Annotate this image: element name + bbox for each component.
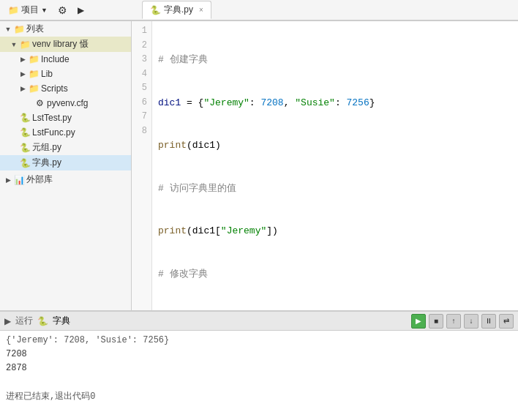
project-label: 项目 — [21, 4, 39, 16]
run-label: 运行 — [15, 315, 33, 327]
sidebar-item-external[interactable]: ▶ 📊 外部库 — [0, 172, 131, 187]
lib-arrow: ▶ — [18, 70, 28, 78]
line-numbers: 1 2 3 4 5 6 7 8 — [132, 21, 152, 310]
bottom-panel: ▶ 运行 🐍 字典 ▶ ■ ↑ ↓ ⏸ ⇄ {'Jeremy': 7208, '… — [0, 310, 518, 420]
code-line-6: # 修改字典 — [158, 267, 512, 282]
settings-button[interactable]: ⚙ — [54, 3, 71, 18]
include-arrow: ▶ — [18, 56, 28, 63]
console-up-button[interactable]: ↑ — [446, 314, 461, 329]
root-arrow: ▼ — [3, 26, 13, 33]
zidian-icon: 🐍 — [19, 158, 31, 168]
sidebar-item-include[interactable]: ▶ 📁 Include — [0, 52, 131, 67]
folder-icon: 📁 — [8, 5, 19, 15]
code-content[interactable]: # 创建字典 dic1 = {"Jeremy": 7208, "Susie": … — [152, 21, 518, 310]
scripts-folder-icon: 📁 — [28, 83, 40, 94]
root-folder-icon: 📁 — [13, 24, 25, 34]
console-line-5: 进程已结束,退出代码0 — [6, 390, 512, 404]
tab-label: 字典.py — [164, 4, 193, 16]
code-line-5: print(dic1["Jeremy"]) — [158, 224, 512, 239]
lib-label: Lib — [41, 69, 131, 79]
lstfunc-icon: 🐍 — [19, 127, 31, 138]
include-label: Include — [41, 54, 131, 64]
console-tab-icon: 🐍 — [37, 316, 48, 326]
scripts-arrow: ▶ — [18, 85, 28, 92]
lstfunc-label: LstFunc.py — [32, 127, 131, 138]
sidebar-root[interactable]: ▼ 📁 列表 — [0, 21, 131, 37]
lsttest-label: LstTest.py — [32, 113, 131, 123]
main-area: ▼ 📁 列表 ▼ 📁 venv library 慑 ▶ 📁 Include ▶ … — [0, 20, 518, 310]
external-arrow: ▶ — [3, 176, 13, 184]
root-label: 列表 — [26, 23, 131, 35]
sidebar-item-scripts[interactable]: ▶ 📁 Scripts — [0, 81, 131, 96]
console-line-3: 2878 — [6, 361, 512, 375]
sidebar-item-venv[interactable]: ▼ 📁 venv library 慑 — [0, 37, 131, 52]
run-icon: ▶ — [78, 5, 84, 15]
settings-icon: ⚙ — [58, 4, 67, 16]
sidebar-item-yuanzu[interactable]: 🐍 元组.py — [0, 140, 131, 155]
pyvenv-icon: ⚙ — [34, 98, 45, 108]
sidebar: ▼ 📁 列表 ▼ 📁 venv library 慑 ▶ 📁 Include ▶ … — [0, 21, 132, 310]
console-rerun-button[interactable]: ⇄ — [499, 314, 514, 329]
python-file-icon: 🐍 — [150, 5, 161, 15]
dropdown-icon: ▼ — [41, 7, 48, 14]
tab-close-button[interactable]: × — [199, 6, 203, 14]
external-label: 外部库 — [26, 173, 131, 186]
yuanzu-icon: 🐍 — [19, 143, 31, 153]
external-icon: 📊 — [13, 175, 25, 185]
editor-area: 1 2 3 4 5 6 7 8 # 创建字典 dic1 = {"Jeremy":… — [132, 21, 518, 310]
sidebar-item-lib[interactable]: ▶ 📁 Lib — [0, 67, 131, 81]
code-line-1: # 创建字典 — [158, 53, 512, 67]
console-output: {'Jeremy': 7208, 'Susie': 7256} 7208 287… — [0, 331, 518, 420]
console-play-button[interactable]: ▶ — [411, 314, 426, 329]
console-pause-button[interactable]: ⏸ — [481, 314, 496, 329]
title-bar-left: 📁 项目 ▼ ⚙ ▶ — [4, 2, 136, 18]
console-toolbar: ▶ 运行 🐍 字典 ▶ ■ ↑ ↓ ⏸ ⇄ — [0, 312, 518, 331]
tab-bar: 🐍 字典.py × — [142, 1, 514, 19]
console-controls: ▶ ■ ↑ ↓ ⏸ ⇄ — [411, 314, 514, 329]
run-button[interactable]: ▶ — [74, 4, 88, 17]
sidebar-item-lstfunc[interactable]: 🐍 LstFunc.py — [0, 125, 131, 140]
include-folder-icon: 📁 — [28, 54, 40, 64]
venv-folder-icon: 📁 — [19, 40, 31, 50]
lsttest-icon: 🐍 — [19, 113, 31, 123]
console-line-4 — [6, 376, 512, 390]
project-menu[interactable]: 📁 项目 ▼ — [4, 2, 51, 18]
console-tab-name: 字典 — [53, 315, 70, 327]
run-icon-console: ▶ — [4, 316, 11, 326]
editor-tab-zidian[interactable]: 🐍 字典.py × — [142, 1, 211, 19]
title-bar: 📁 项目 ▼ ⚙ ▶ 🐍 字典.py × — [0, 0, 518, 20]
code-line-4: # 访问字典里的值 — [158, 181, 512, 196]
console-line-2: 7208 — [6, 348, 512, 361]
venv-label: venv library 慑 — [32, 38, 131, 50]
console-line-1: {'Jeremy': 7208, 'Susie': 7256} — [6, 334, 512, 348]
code-editor[interactable]: 1 2 3 4 5 6 7 8 # 创建字典 dic1 = {"Jeremy":… — [132, 21, 518, 310]
sidebar-item-zidian[interactable]: 🐍 字典.py — [0, 155, 131, 170]
yuanzu-label: 元组.py — [32, 141, 131, 154]
scripts-label: Scripts — [41, 83, 131, 94]
venv-arrow: ▼ — [9, 41, 19, 48]
console-stop-button[interactable]: ■ — [429, 314, 443, 329]
code-line-3: print(dic1) — [158, 138, 512, 153]
console-down-button[interactable]: ↓ — [464, 314, 478, 329]
code-line-2: dic1 = {"Jeremy": 7208, "Susie": 7256} — [158, 96, 512, 110]
lib-folder-icon: 📁 — [28, 69, 40, 79]
zidian-label: 字典.py — [32, 157, 131, 169]
pyvenv-label: pyvenv.cfg — [47, 98, 131, 108]
sidebar-item-pyvenv[interactable]: ⚙ pyvenv.cfg — [0, 96, 131, 110]
sidebar-item-lsttest[interactable]: 🐍 LstTest.py — [0, 110, 131, 125]
